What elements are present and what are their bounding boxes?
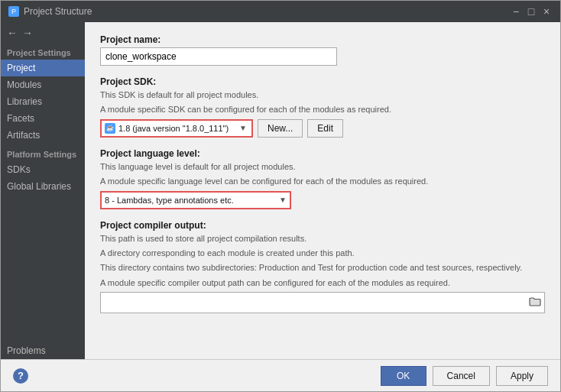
language-level-label: Project language level: bbox=[100, 148, 545, 159]
ok-button[interactable]: OK bbox=[381, 366, 426, 386]
main-content: ← → Project Settings Project Modules Lib… bbox=[1, 22, 560, 359]
java-sdk-icon: ☕ bbox=[105, 123, 115, 134]
minimize-button[interactable]: − bbox=[510, 5, 522, 18]
language-level-desc1: This language level is default for all p… bbox=[100, 161, 545, 173]
title-bar: P Project Structure − □ × bbox=[1, 1, 560, 22]
project-settings-section-label: Project Settings bbox=[1, 44, 85, 60]
project-sdk-label: Project SDK: bbox=[100, 76, 545, 87]
project-sdk-desc2: A module specific SDK can be configured … bbox=[100, 104, 545, 115]
nav-back-button[interactable]: ← bbox=[5, 27, 19, 39]
sidebar-item-facets[interactable]: Facets bbox=[1, 110, 85, 127]
apply-button[interactable]: Apply bbox=[496, 366, 548, 386]
language-level-dropdown-arrow: ▼ bbox=[279, 196, 287, 204]
compiler-output-desc3: This directory contains two subdirectori… bbox=[100, 262, 545, 274]
sdk-new-button[interactable]: New... bbox=[258, 119, 303, 138]
sdk-edit-button[interactable]: Edit bbox=[307, 119, 343, 138]
maximize-button[interactable]: □ bbox=[525, 5, 537, 18]
sdk-value: 1.8 (java version "1.8.0_111") bbox=[118, 124, 229, 133]
sidebar: ← → Project Settings Project Modules Lib… bbox=[1, 22, 85, 359]
bottom-right: OK Cancel Apply bbox=[381, 366, 548, 386]
dialog-icon: P bbox=[8, 6, 19, 17]
compiler-output-desc2: A directory corresponding to each module… bbox=[100, 248, 545, 259]
compiler-output-desc1: This path is used to store all project c… bbox=[100, 233, 545, 245]
sidebar-item-project[interactable]: Project bbox=[1, 60, 85, 76]
sdk-row: ☕ 1.8 (java version "1.8.0_111") ▼ New..… bbox=[100, 119, 545, 138]
compiler-output-desc4: A module specific compiler output path c… bbox=[100, 277, 545, 289]
project-sdk-desc1: This SDK is default for all project modu… bbox=[100, 89, 545, 101]
language-level-dropdown[interactable]: 8 - Lambdas, type annotations etc. ▼ bbox=[100, 191, 291, 209]
language-level-value: 8 - Lambdas, type annotations etc. bbox=[105, 196, 279, 205]
sidebar-item-problems[interactable]: Problems bbox=[1, 342, 85, 359]
help-button[interactable]: ? bbox=[13, 368, 28, 384]
sidebar-item-global-libraries[interactable]: Global Libraries bbox=[1, 178, 85, 195]
project-name-input[interactable] bbox=[100, 47, 337, 66]
language-level-desc2: A module specific language level can be … bbox=[100, 176, 545, 187]
project-name-group: Project name: bbox=[100, 34, 545, 66]
sidebar-item-sdks[interactable]: SDKs bbox=[1, 161, 85, 178]
compiler-output-folder-button[interactable] bbox=[529, 296, 541, 309]
title-bar-left: P Project Structure bbox=[8, 6, 92, 17]
sdk-dropdown-arrow: ▼ bbox=[239, 124, 248, 132]
language-level-group: Project language level: This language le… bbox=[100, 148, 545, 209]
sidebar-nav: ← → bbox=[1, 25, 85, 44]
bottom-left: ? bbox=[13, 368, 28, 384]
compiler-output-box bbox=[100, 292, 545, 313]
project-sdk-group: Project SDK: This SDK is default for all… bbox=[100, 76, 545, 138]
cancel-button[interactable]: Cancel bbox=[433, 366, 490, 386]
sidebar-item-libraries[interactable]: Libraries bbox=[1, 93, 85, 110]
sidebar-item-modules[interactable]: Modules bbox=[1, 76, 85, 93]
content-area: Project name: Project SDK: This SDK is d… bbox=[85, 22, 560, 359]
platform-settings-section-label: Platform Settings bbox=[1, 145, 85, 161]
dialog-title: Project Structure bbox=[24, 6, 92, 17]
sdk-dropdown[interactable]: ☕ 1.8 (java version "1.8.0_111") ▼ bbox=[100, 119, 253, 138]
sidebar-item-artifacts[interactable]: Artifacts bbox=[1, 127, 85, 144]
close-button[interactable]: × bbox=[540, 5, 553, 18]
project-name-label: Project name: bbox=[100, 34, 545, 45]
title-controls: − □ × bbox=[510, 5, 553, 18]
project-structure-dialog: P Project Structure − □ × ← → Project Se… bbox=[0, 0, 561, 392]
nav-forward-button[interactable]: → bbox=[21, 27, 34, 39]
compiler-output-group: Project compiler output: This path is us… bbox=[100, 220, 545, 314]
compiler-output-label: Project compiler output: bbox=[100, 220, 545, 231]
bottom-bar: ? OK Cancel Apply bbox=[1, 359, 560, 391]
